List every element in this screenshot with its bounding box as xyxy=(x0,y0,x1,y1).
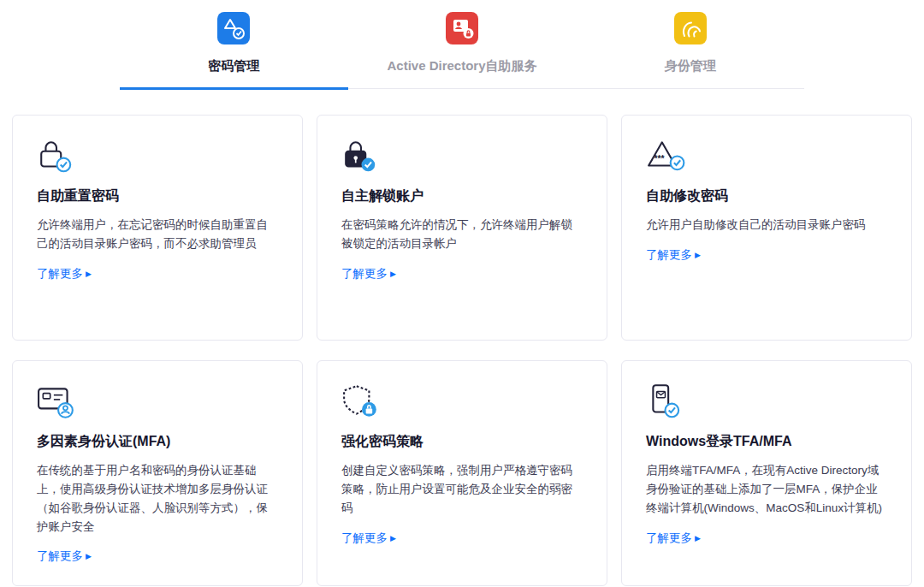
tab-label: Active Directory自助服务 xyxy=(348,58,577,74)
learn-more-link[interactable]: 了解更多▶ xyxy=(37,548,92,564)
learn-more-label: 了解更多 xyxy=(341,267,388,280)
arrow-right-icon: ▶ xyxy=(86,270,92,278)
card-self-reset-password: 自助重置密码 允许终端用户，在忘记密码的时候自助重置自己的活动目录账户密码，而不… xyxy=(12,115,303,341)
id-card-user-icon xyxy=(37,383,278,421)
card-password-policy: 强化密码策略 创建自定义密码策略，强制用户严格遵守密码策略，防止用户设置可能危及… xyxy=(317,360,607,586)
learn-more-link[interactable]: 了解更多▶ xyxy=(341,266,396,282)
learn-more-label: 了解更多 xyxy=(37,267,83,280)
card-mfa: 多因素身份认证(MFA) 在传统的基于用户名和密码的身份认证基础上，使用高级身份… xyxy=(12,360,303,586)
lock-reset-check-icon xyxy=(37,138,278,175)
device-login-check-icon xyxy=(646,383,887,421)
tab-identity-management[interactable]: 身份管理 xyxy=(576,12,804,89)
arrow-right-icon: ▶ xyxy=(695,534,701,543)
card-title: 自主解锁账户 xyxy=(341,187,583,205)
card-self-change-password: *** 自助修改密码 允许用户自助修改自己的活动目录账户密码 了解更多▶ xyxy=(621,115,912,341)
card-description: 允许用户自助修改自己的活动目录账户密码 xyxy=(646,216,887,234)
card-description: 启用终端TFA/MFA，在现有Active Directory域身份验证的基础上… xyxy=(646,461,887,518)
learn-more-link[interactable]: 了解更多▶ xyxy=(37,266,92,282)
card-title: Windows登录TFA/MFA xyxy=(646,433,887,451)
lock-unlock-check-icon xyxy=(341,138,583,175)
learn-more-label: 了解更多 xyxy=(646,531,692,544)
tab-ad-selfservice[interactable]: Active Directory自助服务 xyxy=(348,12,577,89)
learn-more-link[interactable]: 了解更多▶ xyxy=(646,247,701,263)
svg-text:***: *** xyxy=(654,154,665,163)
card-title: 自助重置密码 xyxy=(37,187,278,205)
feature-cards-grid: 自助重置密码 允许终端用户，在忘记密码的时候自助重置自己的活动目录账户密码，而不… xyxy=(12,115,912,586)
ad-selfservice-icon xyxy=(446,12,478,44)
password-management-icon xyxy=(217,12,250,44)
tab-label: 身份管理 xyxy=(576,58,804,74)
shield-lock-icon xyxy=(341,383,583,421)
learn-more-label: 了解更多 xyxy=(646,248,692,261)
card-title: 多因素身份认证(MFA) xyxy=(37,433,278,451)
card-title: 自助修改密码 xyxy=(646,187,887,205)
learn-more-label: 了解更多 xyxy=(341,531,388,544)
tab-password-management[interactable]: 密码管理 xyxy=(120,12,348,89)
arrow-right-icon: ▶ xyxy=(695,251,701,259)
card-description: 创建自定义密码策略，强制用户严格遵守密码策略，防止用户设置可能危及企业安全的弱密… xyxy=(341,461,583,518)
card-self-unlock-account: 自主解锁账户 在密码策略允许的情况下，允许终端用户解锁被锁定的活动目录帐户 了解… xyxy=(317,115,607,341)
arrow-right-icon: ▶ xyxy=(390,534,396,543)
card-description: 在传统的基于用户名和密码的身份认证基础上，使用高级身份认证技术增加多层身份认证（… xyxy=(37,461,278,536)
tab-label: 密码管理 xyxy=(120,58,348,74)
password-change-check-icon: *** xyxy=(646,138,887,175)
card-description: 在密码策略允许的情况下，允许终端用户解锁被锁定的活动目录帐户 xyxy=(341,216,583,253)
card-description: 允许终端用户，在忘记密码的时候自助重置自己的活动目录账户密码，而不必求助管理员 xyxy=(37,216,278,253)
learn-more-link[interactable]: 了解更多▶ xyxy=(646,531,701,546)
learn-more-label: 了解更多 xyxy=(37,549,83,562)
card-windows-logon-mfa: Windows登录TFA/MFA 启用终端TFA/MFA，在现有Active D… xyxy=(621,360,912,586)
tab-bar: 密码管理 Active Directory自助服务 xyxy=(120,12,804,89)
arrow-right-icon: ▶ xyxy=(390,270,396,278)
learn-more-link[interactable]: 了解更多▶ xyxy=(341,531,396,546)
card-title: 强化密码策略 xyxy=(341,433,583,451)
identity-management-icon xyxy=(674,12,707,44)
feature-tabs-section: 密码管理 Active Directory自助服务 xyxy=(0,0,924,89)
arrow-right-icon: ▶ xyxy=(86,552,92,560)
